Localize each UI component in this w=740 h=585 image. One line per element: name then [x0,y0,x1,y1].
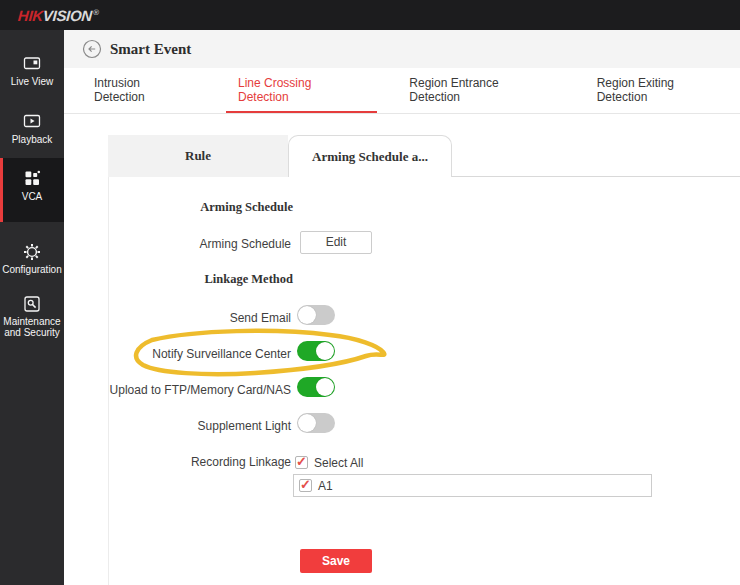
subtab-rule[interactable]: Rule [108,135,288,177]
page-header: Smart Event [64,30,740,68]
send-email-label: Send Email [96,311,291,325]
save-button[interactable]: Save [300,549,372,573]
select-all-control: Select All [295,453,363,471]
linkage-section-title: Linkage Method [96,272,293,287]
sidebar-item-configuration[interactable]: Configuration [0,242,64,275]
channel-a1-checkbox[interactable] [299,479,312,492]
sidebar-item-maintenance[interactable]: Maintenance and Security [0,294,64,338]
sidebar-item-label: Playback [0,134,64,145]
subtab-filler [452,135,740,177]
recording-linkage-label: Recording Linkage [96,455,291,469]
sidebar-item-label: Maintenance and Security [0,316,64,338]
select-all-checkbox[interactable] [295,456,308,469]
supplement-light-label: Supplement Light [96,419,291,433]
send-email-row: Send Email [0,305,740,331]
logo-registered-mark: ® [93,8,99,17]
arming-section-row: Arming Schedule [0,200,740,226]
channel-list: A1 [293,474,652,497]
vca-icon [0,169,64,187]
maintenance-icon [0,294,64,312]
notify-surveillance-toggle[interactable] [297,341,335,361]
logo-vision: VISION [42,7,92,24]
send-email-toggle[interactable] [297,305,335,325]
tab-intrusion-detection[interactable]: Intrusion Detection [82,68,206,113]
upload-ftp-label: Upload to FTP/Memory Card/NAS [96,383,291,397]
sidebar-item-label: Configuration [0,264,64,275]
back-button[interactable] [82,39,102,59]
top-bar: HIKVISION® [0,0,740,30]
live-view-icon [0,54,64,72]
arming-schedule-row: Arming Schedule Edit [0,231,740,257]
supplement-light-toggle[interactable] [297,413,335,433]
subtab-arming-schedule[interactable]: Arming Schedule a... [288,135,452,177]
playback-icon [0,112,64,130]
tab-region-entrance-detection[interactable]: Region Entrance Detection [397,68,564,113]
upload-ftp-toggle[interactable] [297,377,335,397]
back-arrow-icon [82,39,102,59]
arming-section-title: Arming Schedule [96,200,293,215]
notify-surveillance-label: Notify Surveillance Center [96,347,291,361]
detection-tab-bar: Intrusion Detection Line Crossing Detect… [64,68,740,114]
sidebar-item-live-view[interactable]: Live View [0,54,64,87]
gear-icon [0,242,64,260]
subtab-strip: Rule Arming Schedule a... [108,135,740,177]
sidebar: Live View Playback VCA Configuration Mai… [0,30,64,585]
linkage-section-row: Linkage Method [0,272,740,298]
upload-ftp-row: Upload to FTP/Memory Card/NAS [0,377,740,403]
logo-hik: HIK [17,7,43,24]
hikvision-web-ui: HIKVISION® Live View Playback VCA [0,0,740,585]
sidebar-item-vca[interactable]: VCA [0,158,64,222]
channel-a1-label: A1 [318,479,333,493]
edit-button[interactable]: Edit [300,231,372,254]
hikvision-logo: HIKVISION® [17,7,99,24]
supplement-light-row: Supplement Light [0,413,740,439]
tab-line-crossing-detection[interactable]: Line Crossing Detection [226,68,377,113]
page-title: Smart Event [110,41,191,58]
sidebar-item-label: VCA [0,191,64,202]
tab-region-exiting-detection[interactable]: Region Exiting Detection [585,68,740,113]
notify-surveillance-row: Notify Surveillance Center [0,341,740,367]
sidebar-item-playback[interactable]: Playback [0,112,64,145]
select-all-label: Select All [314,456,363,470]
arming-schedule-label: Arming Schedule [96,237,291,251]
sidebar-item-label: Live View [0,76,64,87]
